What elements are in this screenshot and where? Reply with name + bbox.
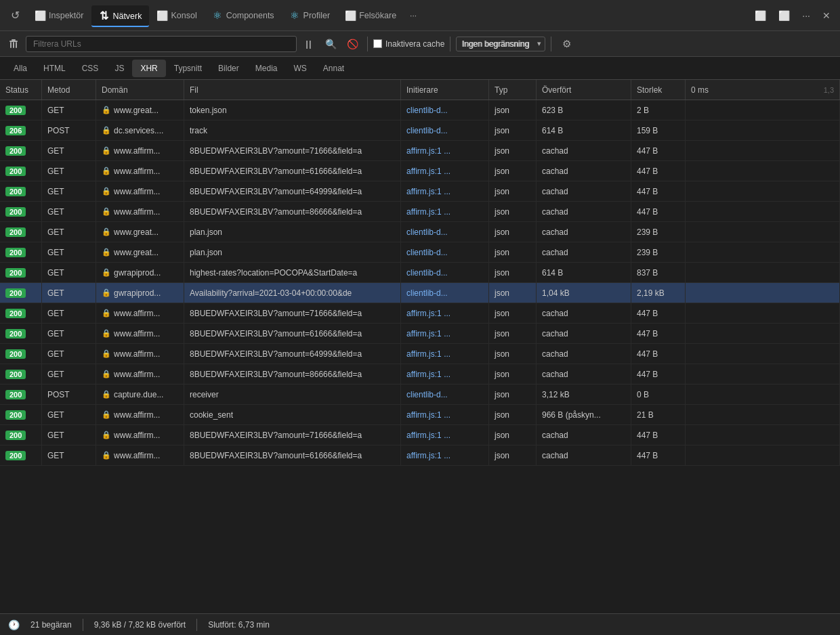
initiator-link[interactable]: affirm.js:1 ... (406, 410, 450, 420)
cell-transferred: cachad (537, 324, 631, 343)
timeline-scale: 1,3 (824, 86, 834, 94)
cell-type: json (489, 263, 537, 282)
filter-tab-fonts[interactable]: Typsnitt (166, 60, 210, 77)
filter-tab-css[interactable]: CSS (74, 60, 107, 77)
initiator-link[interactable]: affirm.js:1 ... (406, 370, 450, 379)
initiator-link[interactable]: clientlib-d... (406, 390, 448, 399)
cell-transferred: cachad (537, 141, 631, 160)
tab-debugger[interactable]: ⬜ Felsökare (338, 6, 403, 25)
table-row[interactable]: 200 GET 🔒 www.affirm... 8BUEDWFAXEIR3LBV… (0, 181, 840, 202)
table-row[interactable]: 200 POST 🔒 capture.due... receiver clien… (0, 385, 840, 405)
cell-file: 8BUEDWFAXEIR3LBV?amount=71666&field=a (184, 425, 401, 445)
tab-console[interactable]: ⬜ Konsol (150, 6, 204, 25)
panel-layout-button[interactable]: ⬜ (749, 7, 772, 24)
table-row[interactable]: 200 GET 🔒 www.affirm... 8BUEDWFAXEIR3LBV… (0, 161, 840, 181)
initiator-link[interactable]: affirm.js:1 ... (406, 187, 450, 196)
more-options-button[interactable]: ··· (797, 7, 816, 24)
col-header-size[interactable]: Storlek (631, 80, 686, 100)
table-row[interactable]: 200 GET 🔒 www.great... token.json client… (0, 100, 840, 121)
initiator-link[interactable]: clientlib-d... (406, 268, 448, 278)
filter-tab-media[interactable]: Media (247, 60, 286, 77)
cell-timeline (686, 100, 840, 120)
initiator-link[interactable]: affirm.js:1 ... (406, 167, 450, 176)
initiator-link[interactable]: affirm.js:1 ... (406, 207, 450, 217)
col-header-type[interactable]: Typ (489, 80, 537, 100)
cell-domain: 🔒 www.affirm... (96, 181, 184, 201)
initiator-link[interactable]: clientlib-d... (406, 248, 448, 257)
cell-file: 8BUEDWFAXEIR3LBV?amount=61666&field=a (184, 161, 401, 181)
table-row[interactable]: 206 POST 🔒 dc.services.... track clientl… (0, 121, 840, 141)
lock-icon: 🔒 (102, 370, 111, 378)
delete-requests-button[interactable] (4, 35, 23, 53)
initiator-link[interactable]: affirm.js:1 ... (406, 349, 450, 359)
initiator-link[interactable]: affirm.js:1 ... (406, 329, 450, 338)
col-header-transferred[interactable]: Överfört (537, 80, 631, 100)
initiator-link[interactable]: affirm.js:1 ... (406, 309, 450, 318)
limit-wrapper[interactable]: Ingen begränsning Ingen begränsning (456, 37, 545, 51)
table-row[interactable]: 200 GET 🔒 www.great... plan.json clientl… (0, 222, 840, 242)
throttle-select[interactable]: Ingen begränsning (456, 37, 545, 51)
filter-tab-xhr[interactable]: XHR (132, 60, 165, 77)
tab-components[interactable]: ⚛ Components (205, 6, 281, 25)
col-header-method[interactable]: Metod (42, 80, 96, 100)
table-row[interactable]: 200 GET 🔒 www.affirm... 8BUEDWFAXEIR3LBV… (0, 425, 840, 445)
filter-tab-ws[interactable]: WS (285, 60, 314, 77)
col-header-timeline[interactable]: 0 ms 1,3 (686, 80, 840, 100)
react-icon-profiler: ⚛ (289, 10, 300, 21)
table-row[interactable]: 200 GET 🔒 www.affirm... 8BUEDWFAXEIR3LBV… (0, 141, 840, 161)
split-layout-button[interactable]: ⬜ (773, 7, 795, 24)
table-row[interactable]: 200 GET 🔒 www.affirm... 8BUEDWFAXEIR3LBV… (0, 364, 840, 385)
filter-tab-other[interactable]: Annat (315, 60, 352, 77)
cell-domain: 🔒 www.affirm... (96, 202, 184, 221)
table-row[interactable]: 200 GET 🔒 www.great... plan.json clientl… (0, 242, 840, 263)
cell-method: GET (42, 100, 96, 120)
more-tabs-button[interactable]: ··· (404, 7, 422, 24)
filter-tab-html[interactable]: HTML (35, 60, 74, 77)
table-row[interactable]: 200 GET 🔒 www.affirm... 8BUEDWFAXEIR3LBV… (0, 445, 840, 466)
col-header-status[interactable]: Status (0, 80, 42, 100)
col-header-file[interactable]: Fil (184, 80, 401, 100)
pause-recording-button[interactable]: || (299, 35, 318, 53)
initiator-link[interactable]: affirm.js:1 ... (406, 451, 450, 460)
initiator-link[interactable]: clientlib-d... (406, 106, 448, 115)
filter-tabs-bar: Alla HTML CSS JS XHR Typsnitt Bilder Med… (0, 57, 840, 80)
table-row[interactable]: 200 GET 🔒 www.affirm... 8BUEDWFAXEIR3LBV… (0, 303, 840, 324)
cell-status: 200 (0, 445, 42, 465)
initiator-link[interactable]: affirm.js:1 ... (406, 146, 450, 156)
initiator-link[interactable]: clientlib-d... (406, 288, 448, 298)
table-row[interactable]: 200 GET 🔒 www.affirm... 8BUEDWFAXEIR3LBV… (0, 344, 840, 364)
col-header-initiator[interactable]: Initierare (401, 80, 489, 100)
filter-tab-images[interactable]: Bilder (210, 60, 247, 77)
table-row[interactable]: 200 GET 🔒 gwrapiprod... highest-rates?lo… (0, 263, 840, 283)
initiator-link[interactable]: clientlib-d... (406, 227, 448, 237)
filter-tab-js[interactable]: JS (106, 60, 132, 77)
lock-icon: 🔒 (102, 268, 111, 277)
table-row[interactable]: 200 GET 🔒 gwrapiprod... Availability?arr… (0, 283, 840, 303)
network-settings-button[interactable]: ⚙ (557, 35, 576, 53)
reload-icon[interactable]: ↺ (4, 5, 26, 26)
cell-initiator: clientlib-d... (401, 385, 489, 404)
search-button[interactable]: 🔍 (321, 35, 340, 53)
filter-url-input[interactable] (30, 38, 292, 50)
status-badge: 200 (5, 268, 26, 278)
cell-initiator: clientlib-d... (401, 263, 489, 282)
clock-icon[interactable]: 🕐 (8, 619, 20, 630)
cache-checkbox[interactable] (373, 39, 382, 48)
table-row[interactable]: 200 GET 🔒 www.affirm... 8BUEDWFAXEIR3LBV… (0, 202, 840, 222)
close-devtools-button[interactable]: ✕ (817, 7, 836, 24)
cell-domain: 🔒 www.affirm... (96, 161, 184, 181)
cell-size: 2 B (631, 100, 686, 120)
block-request-button[interactable]: 🚫 (343, 35, 362, 53)
initiator-link[interactable]: clientlib-d... (406, 126, 448, 135)
table-row[interactable]: 200 GET 🔒 www.affirm... 8BUEDWFAXEIR3LBV… (0, 324, 840, 344)
col-header-domain[interactable]: Domän (96, 80, 184, 100)
initiator-link[interactable]: affirm.js:1 ... (406, 431, 450, 440)
table-row[interactable]: 200 GET 🔒 www.affirm... cookie_sent affi… (0, 405, 840, 425)
cache-label-text: Inaktivera cache (385, 39, 444, 49)
tab-profiler[interactable]: ⚛ Profiler (282, 6, 337, 25)
filter-tab-all[interactable]: Alla (5, 60, 35, 77)
tab-inspector[interactable]: ⬜ Inspektör (28, 6, 90, 25)
cache-label[interactable]: Inaktivera cache (373, 39, 444, 49)
tab-network[interactable]: ⇅ Nätverk (91, 5, 148, 27)
filter-url-box[interactable] (26, 36, 297, 52)
